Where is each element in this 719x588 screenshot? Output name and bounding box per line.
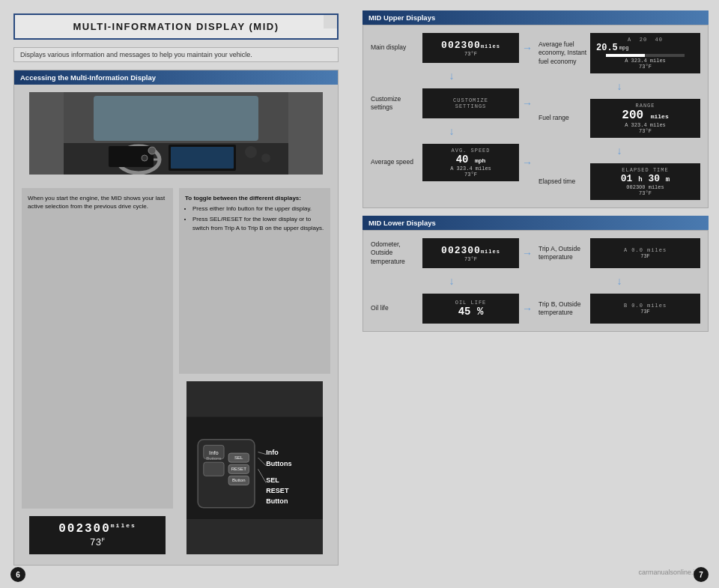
lower-down-arrow-1: ↓ [371, 274, 533, 288]
arrow-right-lower-2: → [522, 303, 533, 315]
car-image [29, 92, 323, 175]
toggle-info: To toggle between the different displays… [179, 188, 330, 374]
oil-life-row: Oil life OIL LIFE 45 % → [371, 294, 533, 324]
svg-text:SEL: SEL [234, 455, 243, 459]
trip-b-label: Trip B, Outside temperature [539, 300, 587, 317]
upper-content: Main display 002300miles 73°F → ↓ Custom… [362, 25, 709, 208]
arrow-right-2: → [522, 97, 533, 109]
avg-speed-label: Average speed [371, 158, 419, 166]
avg-speed-screen: AVG. SPEED 40 mph A 323.4 miles 73°F [422, 144, 519, 181]
lower-down-arrow-2: ↓ [539, 274, 700, 288]
main-display-screen: 002300miles 73°F [422, 33, 519, 63]
trip-b-row: Trip B, Outside temperature B 0.0 miles … [539, 294, 700, 324]
svg-point-14 [142, 155, 148, 161]
oil-life-label: Oil life [371, 304, 419, 312]
svg-text:RESET: RESET [266, 487, 289, 494]
avg-speed-row: Average speed AVG. SPEED 40 mph A 323.4 … [371, 144, 533, 181]
elapsed-time-row: Elapsed time ELAPSED TIME 01 h 30 m 0023… [539, 163, 700, 200]
down-arrow-3: ↓ [539, 79, 700, 93]
svg-point-13 [148, 147, 156, 154]
upper-left-col: Main display 002300miles 73°F → ↓ Custom… [371, 33, 533, 200]
elapsed-label: Elapsed time [539, 178, 587, 186]
page-left: MULTI-INFORMATION DISPLAY (MID) Displays… [0, 0, 352, 588]
fuel-range-label: Fuel range [539, 114, 587, 122]
left-mid-display: 002300miles 73F [29, 516, 166, 554]
lower-left-col: Odometer, Outside temperature 002300mile… [371, 238, 533, 324]
mid-lower-section: MID Lower Displays Odometer, Outside tem… [362, 216, 709, 332]
fuel-economy-label: Average fuel economy, Instant fuel econo… [539, 40, 587, 65]
car-interior-svg [29, 92, 323, 175]
svg-rect-1 [94, 96, 258, 141]
elapsed-screen: ELAPSED TIME 01 h 30 m 002300 miles 73°F [590, 163, 700, 200]
fuel-range-row: Fuel range RANGE 200 miles A 323.4 miles… [539, 99, 700, 138]
customize-label: Customize settings [371, 95, 419, 112]
arrow-right-1: → [522, 42, 533, 54]
upper-header: MID Upper Displays [362, 10, 709, 25]
mid-upper-section: MID Upper Displays Main display 002300mi… [362, 10, 709, 208]
right-info-column: To toggle between the different displays… [179, 188, 330, 559]
svg-text:RESET: RESET [231, 466, 246, 470]
down-arrow-2: ↓ [371, 124, 533, 138]
odo-value: 002300 [58, 523, 111, 536]
left-info-column: When you start the engine, the MID shows… [22, 188, 173, 559]
oil-life-screen: OIL LIFE 45 % [422, 294, 519, 324]
fuel-economy-row: Average fuel economy, Instant fuel econo… [539, 33, 700, 73]
odometer-row: Odometer, Outside temperature 002300mile… [371, 238, 533, 268]
upper-right-col: Average fuel economy, Instant fuel econo… [539, 33, 700, 200]
odometer-label: Odometer, Outside temperature [371, 240, 419, 265]
fuel-range-screen: RANGE 200 miles A 323.4 miles 73°F [590, 99, 700, 138]
svg-text:Buttons: Buttons [206, 456, 222, 461]
trip-a-label: Trip A, Outside temperature [539, 245, 587, 261]
info-boxes-row: When you start the engine, the MID shows… [14, 182, 338, 565]
trip-b-screen: B 0.0 miles 73F [590, 294, 700, 324]
page-right: MID Upper Displays Main display 002300mi… [352, 0, 719, 588]
odometer-screen: 002300miles 73°F [422, 238, 519, 268]
subtitle-text: Displays various information and message… [20, 51, 252, 58]
lower-grid: Odometer, Outside temperature 002300mile… [371, 238, 700, 324]
trip-a-row: Trip A, Outside temperature A 0.0 miles … [539, 238, 700, 268]
svg-text:Button: Button [232, 477, 245, 482]
customize-screen: CUSTOMIZE SETTINGS [422, 88, 519, 118]
fuel-economy-screen: A 20 40 20.5 mpg A 323.4 miles 73°F [590, 33, 700, 73]
page-number-right: 7 [694, 567, 709, 582]
customize-display-row: Customize settings CUSTOMIZE SETTINGS → [371, 88, 533, 118]
page-number-left: 6 [10, 567, 25, 582]
down-arrow-4: ↓ [539, 144, 700, 157]
lower-right-col: Trip A, Outside temperature A 0.0 miles … [539, 238, 700, 324]
arrow-right-3: → [522, 157, 533, 169]
main-display-label: Main display [371, 43, 419, 52]
buttons-image: Info Buttons SEL RESET Button Info Butto… [186, 381, 323, 555]
subtitle-bar: Displays various information and message… [13, 47, 339, 62]
svg-text:SEL: SEL [266, 476, 279, 484]
trip-a-screen: A 0.0 miles 73F [590, 238, 700, 268]
upper-grid: Main display 002300miles 73°F → ↓ Custom… [371, 33, 700, 200]
svg-rect-9 [171, 147, 234, 169]
svg-text:Info: Info [209, 449, 219, 455]
lower-content: Odometer, Outside temperature 002300mile… [362, 230, 709, 332]
arrow-right-lower-1: → [522, 247, 533, 259]
main-display-row: Main display 002300miles 73°F → [371, 33, 533, 63]
svg-point-11 [245, 146, 257, 158]
accessing-section: Accessing the Multi-Information Display [13, 70, 339, 566]
accessing-header: Accessing the Multi-Information Display [14, 70, 338, 85]
svg-text:Info: Info [266, 448, 279, 455]
lower-header: MID Lower Displays [362, 216, 709, 230]
svg-point-12 [261, 154, 270, 163]
svg-text:Button: Button [266, 497, 288, 504]
down-arrow-1: ↓ [371, 69, 533, 82]
engine-start-info: When you start the engine, the MID shows… [22, 188, 173, 509]
title-text: MULTI-INFORMATION DISPLAY (MID) [73, 21, 279, 32]
svg-rect-18 [204, 462, 224, 476]
main-title: MULTI-INFORMATION DISPLAY (MID) [13, 13, 339, 40]
svg-text:Buttons: Buttons [266, 459, 291, 467]
